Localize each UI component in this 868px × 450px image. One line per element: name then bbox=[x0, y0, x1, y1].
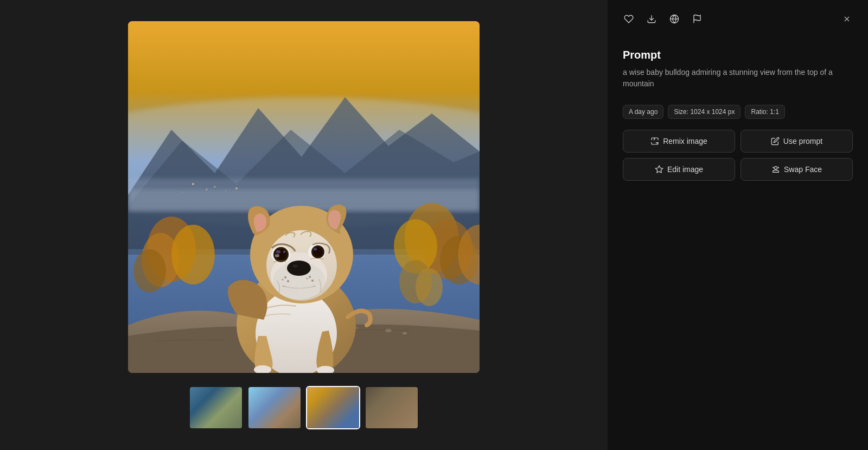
svg-point-41 bbox=[275, 254, 279, 257]
thumbnail-2[interactable] bbox=[247, 386, 302, 429]
close-button[interactable] bbox=[837, 9, 857, 29]
remix-icon bbox=[650, 137, 659, 145]
size-badge: Size: 1024 x 1024 px bbox=[668, 105, 741, 119]
meta-row: A day ago Size: 1024 x 1024 px Ratio: 1:… bbox=[623, 105, 853, 119]
right-panel: Prompt a wise baby bulldog admiring a st… bbox=[608, 0, 868, 450]
prompt-section: Prompt a wise baby bulldog admiring a st… bbox=[623, 49, 853, 90]
flag-button[interactable] bbox=[687, 9, 707, 29]
globe-icon bbox=[669, 14, 679, 24]
actions-grid: Remix image Use prompt Edit image bbox=[623, 130, 853, 181]
thumbnails-row bbox=[189, 386, 419, 429]
edit-image-icon bbox=[655, 165, 663, 174]
svg-point-50 bbox=[282, 278, 284, 280]
svg-point-35 bbox=[292, 264, 298, 268]
main-image-container bbox=[128, 21, 480, 373]
svg-point-23 bbox=[385, 329, 392, 332]
heart-icon bbox=[624, 14, 634, 24]
remix-label: Remix image bbox=[663, 137, 707, 145]
use-prompt-label: Use prompt bbox=[783, 137, 822, 145]
edit-image-button[interactable]: Edit image bbox=[623, 158, 735, 181]
svg-point-6 bbox=[192, 183, 194, 185]
svg-point-24 bbox=[403, 332, 407, 334]
svg-point-52 bbox=[311, 280, 314, 282]
svg-point-22 bbox=[416, 268, 443, 306]
svg-point-47 bbox=[298, 285, 316, 293]
main-area bbox=[0, 0, 608, 450]
svg-point-39 bbox=[276, 250, 280, 253]
svg-point-9 bbox=[214, 186, 216, 187]
svg-point-49 bbox=[287, 280, 289, 282]
thumbnail-1[interactable] bbox=[189, 386, 243, 429]
prompt-title: Prompt bbox=[623, 49, 853, 61]
right-panel-header bbox=[608, 0, 868, 38]
svg-point-51 bbox=[309, 276, 311, 278]
use-prompt-icon bbox=[771, 137, 780, 145]
svg-point-7 bbox=[206, 188, 208, 190]
use-prompt-button[interactable]: Use prompt bbox=[741, 130, 853, 153]
like-button[interactable] bbox=[618, 9, 639, 29]
svg-point-40 bbox=[283, 251, 285, 253]
svg-point-14 bbox=[171, 225, 215, 284]
svg-marker-60 bbox=[655, 166, 662, 173]
svg-point-61 bbox=[774, 167, 777, 169]
time-badge: A day ago bbox=[623, 105, 663, 119]
right-panel-content: Prompt a wise baby bulldog admiring a st… bbox=[608, 38, 868, 450]
svg-point-8 bbox=[182, 192, 183, 193]
edit-image-label: Edit image bbox=[667, 165, 703, 174]
main-image bbox=[128, 21, 480, 373]
close-icon bbox=[843, 15, 851, 23]
ratio-badge: Ratio: 1:1 bbox=[745, 105, 784, 119]
svg-point-15 bbox=[133, 249, 166, 293]
thumbnail-3[interactable] bbox=[306, 386, 360, 429]
swap-face-icon bbox=[771, 165, 780, 174]
flag-icon bbox=[692, 14, 702, 24]
swap-face-button[interactable]: Swap Face bbox=[741, 158, 853, 181]
swap-face-label: Swap Face bbox=[784, 165, 822, 174]
prompt-text: a wise baby bulldog admiring a stunning … bbox=[623, 67, 853, 90]
svg-point-34 bbox=[287, 261, 311, 276]
header-icons-group bbox=[618, 9, 830, 29]
svg-point-11 bbox=[235, 187, 238, 189]
download-icon bbox=[647, 14, 656, 24]
svg-point-46 bbox=[281, 286, 301, 294]
thumbnail-4[interactable] bbox=[365, 386, 419, 429]
svg-point-53 bbox=[307, 277, 308, 279]
remix-button[interactable]: Remix image bbox=[623, 130, 735, 153]
share-button[interactable] bbox=[664, 9, 685, 29]
svg-point-48 bbox=[284, 276, 286, 278]
header-close-group bbox=[837, 9, 857, 29]
svg-point-10 bbox=[225, 190, 226, 191]
download-button[interactable] bbox=[641, 9, 662, 29]
svg-point-45 bbox=[314, 248, 317, 250]
